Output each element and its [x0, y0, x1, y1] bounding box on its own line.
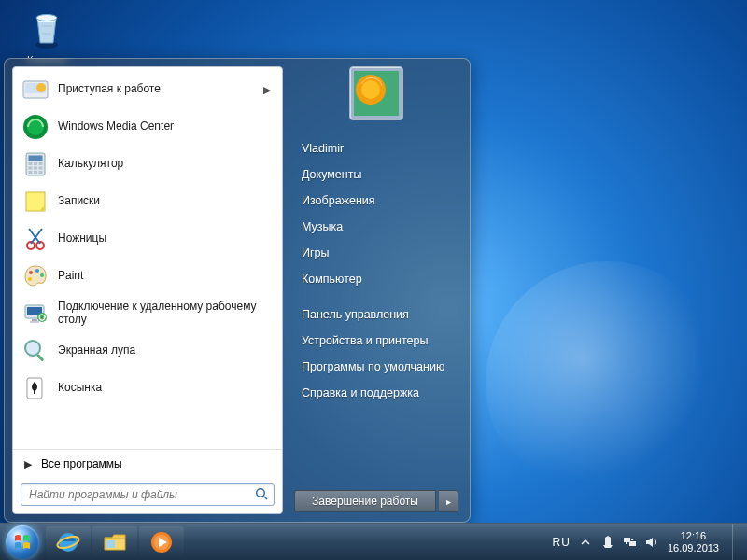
internet-explorer-icon — [55, 529, 81, 555]
search-icon — [255, 487, 269, 505]
search-input[interactable] — [21, 483, 275, 506]
sticky-notes-icon — [21, 187, 50, 217]
svg-point-24 — [28, 277, 32, 281]
svg-rect-9 — [29, 162, 33, 165]
volume-icon[interactable] — [645, 535, 660, 550]
program-windows-media-center[interactable]: Windows Media Center — [15, 108, 280, 146]
svg-rect-10 — [34, 162, 37, 165]
svg-rect-33 — [34, 390, 35, 394]
clock-time: 12:16 — [668, 530, 719, 542]
magnifier-icon — [21, 336, 50, 366]
all-programs[interactable]: ▶ Все программы — [13, 449, 282, 478]
program-label: Приступая к работе — [58, 83, 263, 96]
program-label: Paint — [58, 270, 275, 283]
user-picture[interactable] — [349, 66, 403, 120]
program-magnifier[interactable]: Экранная лупа — [15, 332, 280, 370]
search-row — [13, 478, 282, 513]
program-label: Экранная лупа — [58, 344, 275, 357]
paint-icon — [21, 261, 50, 291]
svg-rect-28 — [30, 321, 39, 323]
recycle-bin-icon — [24, 7, 69, 52]
shutdown-options-button[interactable]: ▸ — [438, 490, 458, 512]
svg-rect-46 — [629, 541, 636, 546]
program-label: Записки — [58, 195, 275, 208]
user-name[interactable]: Vladimir — [294, 135, 458, 161]
network-icon[interactable] — [623, 535, 638, 550]
program-sticky-notes[interactable]: Записки — [15, 183, 280, 220]
svg-point-1 — [36, 15, 57, 21]
svg-rect-16 — [34, 171, 37, 174]
recycle-bin[interactable]: Корзина — [13, 7, 80, 65]
svg-point-4 — [36, 83, 46, 92]
svg-rect-45 — [624, 538, 630, 542]
nav-documents[interactable]: Документы — [294, 161, 458, 188]
program-calculator[interactable]: Калькулятор — [15, 146, 280, 183]
nav-help-support[interactable]: Справка и поддержка — [294, 380, 458, 406]
svg-rect-13 — [34, 167, 37, 170]
svg-point-23 — [40, 273, 44, 277]
svg-rect-12 — [29, 167, 33, 170]
nav-music[interactable]: Музыка — [294, 214, 458, 240]
windows-media-player-icon — [148, 529, 175, 555]
shutdown-button[interactable]: Завершение работы — [294, 490, 436, 512]
chevron-right-icon: ▶ — [263, 84, 275, 96]
taskbar-windows-media-player[interactable] — [139, 526, 184, 558]
chevron-right-icon: ▸ — [446, 497, 451, 507]
system-tray: RU 12:16 16.09.2013 — [553, 524, 741, 561]
taskbar-internet-explorer[interactable] — [46, 526, 91, 558]
program-snipping-tool[interactable]: Ножницы — [15, 220, 280, 258]
program-paint[interactable]: Paint — [15, 258, 280, 295]
start-menu-left-pane: Приступая к работе ▶ Windows Media Cente… — [12, 66, 283, 514]
svg-point-30 — [25, 341, 40, 356]
program-getting-started[interactable]: Приступая к работе ▶ — [15, 71, 280, 108]
nav-control-panel[interactable]: Панель управления — [294, 301, 458, 328]
program-label: Ножницы — [58, 232, 275, 245]
svg-rect-47 — [626, 542, 627, 544]
svg-point-34 — [257, 489, 265, 497]
svg-line-35 — [263, 496, 267, 499]
folder-icon — [102, 529, 128, 555]
language-indicator[interactable]: RU — [553, 536, 571, 549]
start-menu: Приступая к работе ▶ Windows Media Cente… — [4, 58, 471, 523]
program-label: Подключение к удаленному рабочему столу — [58, 301, 275, 327]
svg-rect-41 — [106, 540, 115, 548]
program-label: Windows Media Center — [58, 120, 275, 133]
solitaire-icon — [21, 373, 50, 403]
all-programs-label: Все программы — [41, 457, 122, 470]
action-center-icon[interactable] — [600, 535, 615, 550]
clock[interactable]: 12:16 16.09.2013 — [668, 530, 719, 553]
svg-point-39 — [59, 533, 78, 552]
wmc-icon — [21, 112, 50, 142]
nav-default-programs[interactable]: Программы по умолчанию — [294, 354, 458, 380]
svg-rect-27 — [32, 319, 37, 321]
nav-games[interactable]: Игры — [294, 240, 458, 266]
svg-point-21 — [29, 271, 33, 274]
taskbar-file-explorer[interactable] — [92, 526, 137, 558]
windows-logo-icon — [6, 525, 39, 559]
desktop-background[interactable]: Корзина Приступая к работе ▶ Windows Med… — [0, 0, 747, 560]
svg-point-38 — [361, 80, 380, 99]
svg-point-22 — [35, 269, 39, 273]
svg-rect-17 — [39, 171, 43, 174]
start-menu-right-pane: Vladimir Документы Изображения Музыка Иг… — [290, 66, 462, 514]
program-list: Приступая к работе ▶ Windows Media Cente… — [13, 67, 282, 449]
program-solitaire[interactable]: Косынка — [15, 370, 280, 407]
show-desktop-button[interactable] — [732, 524, 741, 561]
nav-pictures[interactable]: Изображения — [294, 188, 458, 214]
nav-computer[interactable]: Компьютер — [294, 266, 458, 292]
svg-rect-14 — [39, 167, 43, 170]
nav-devices-printers[interactable]: Устройства и принтеры — [294, 328, 458, 354]
program-remote-desktop[interactable]: Подключение к удаленному рабочему столу — [15, 295, 280, 332]
tray-chevron-icon[interactable] — [578, 535, 593, 550]
svg-rect-11 — [39, 162, 43, 165]
start-button[interactable] — [0, 524, 45, 561]
svg-rect-44 — [605, 538, 611, 545]
snipping-tool-icon — [21, 224, 50, 254]
clock-date: 16.09.2013 — [668, 542, 719, 554]
svg-rect-15 — [29, 171, 33, 174]
svg-rect-8 — [29, 156, 43, 161]
program-label: Косынка — [58, 382, 275, 395]
getting-started-icon — [21, 75, 50, 105]
svg-rect-31 — [36, 354, 44, 361]
calculator-icon — [21, 149, 50, 179]
